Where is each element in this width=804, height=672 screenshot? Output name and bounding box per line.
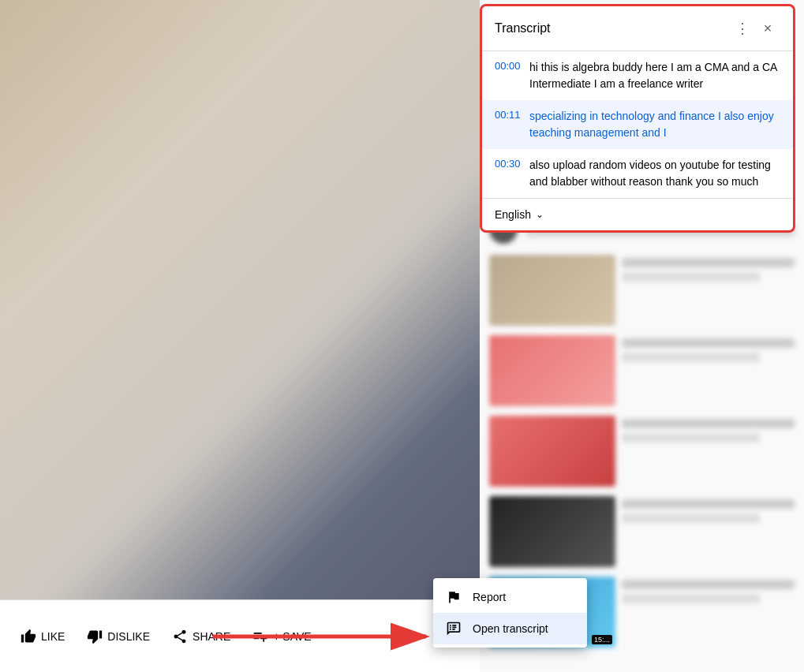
chevron-down-icon: ⌄: [536, 209, 544, 220]
transcript-text-2: also upload random videos on youtube for…: [529, 157, 780, 190]
open-transcript-label: Open transcript: [473, 622, 548, 635]
thumbnail-1: [489, 255, 615, 326]
transcript-item-2[interactable]: 00:30 also upload random videos on youtu…: [482, 149, 793, 198]
thumbnail-4: [489, 496, 615, 567]
like-button[interactable]: LIKE: [13, 622, 73, 651]
recommended-video-2[interactable]: [480, 330, 804, 411]
transcript-text-0: hi this is algebra buddy here I am a CMA…: [529, 59, 780, 92]
transcript-header: Transcript ⋮ ×: [482, 6, 793, 51]
transcript-close-button[interactable]: ×: [755, 16, 780, 41]
transcript-time-2: 00:30: [495, 157, 520, 190]
transcript-item-1[interactable]: 00:11 specializing in technology and fin…: [482, 100, 793, 149]
video-frame: [0, 0, 480, 599]
dislike-label: DISLIKE: [107, 630, 150, 643]
video-duration-badge: 15:...: [592, 635, 612, 644]
transcript-panel: Transcript ⋮ × 00:00 hi this is algebra …: [480, 4, 795, 233]
dislike-icon: [87, 629, 103, 644]
save-button[interactable]: + SAVE: [245, 622, 319, 651]
transcript-language-selector[interactable]: English ⌄: [482, 198, 793, 230]
transcript-time-0: 00:00: [495, 59, 520, 92]
context-menu: Report Open transcript: [433, 578, 587, 648]
save-label: + SAVE: [273, 630, 311, 643]
recommended-video-3[interactable]: [480, 411, 804, 491]
context-menu-report[interactable]: Report: [433, 581, 587, 613]
transcript-item-0[interactable]: 00:00 hi this is algebra buddy here I am…: [482, 51, 793, 100]
thumb-meta-1: [622, 255, 795, 326]
more-options-button[interactable]: ···: [326, 622, 350, 651]
thumb-meta-2: [622, 335, 795, 406]
thumb-meta-5: [622, 577, 795, 648]
transcript-more-options-button[interactable]: ⋮: [730, 16, 755, 41]
flag-icon: [446, 589, 462, 605]
recommended-video-1[interactable]: [480, 250, 804, 330]
thumb-meta-3: [622, 416, 795, 487]
thumb-meta-4: [622, 496, 795, 567]
thumbnail-3: [489, 416, 615, 487]
transcript-more-label: ⋮: [735, 20, 750, 37]
transcript-title: Transcript: [495, 21, 730, 35]
dislike-button[interactable]: DISLIKE: [79, 622, 158, 651]
share-button[interactable]: SHARE: [164, 622, 238, 651]
transcript-text-1: specializing in technology and finance I…: [529, 108, 780, 141]
recommended-video-4[interactable]: [480, 491, 804, 572]
share-icon: [172, 629, 188, 644]
save-icon: [252, 629, 268, 644]
video-player[interactable]: [0, 0, 480, 599]
transcript-language-label: English: [495, 208, 531, 221]
transcript-body: 00:00 hi this is algebra buddy here I am…: [482, 51, 793, 198]
share-label: SHARE: [193, 630, 230, 643]
like-icon: [21, 629, 36, 644]
transcript-icon: [446, 621, 462, 637]
context-menu-open-transcript[interactable]: Open transcript: [433, 613, 587, 644]
transcript-time-1: 00:11: [495, 108, 520, 141]
more-options-label: ···: [332, 628, 344, 644]
report-label: Report: [473, 591, 506, 603]
thumbnail-2: [489, 335, 615, 406]
close-icon: ×: [764, 21, 772, 37]
video-controls: LIKE DISLIKE SHARE + SAVE ···: [0, 599, 480, 672]
like-label: LIKE: [41, 630, 65, 643]
